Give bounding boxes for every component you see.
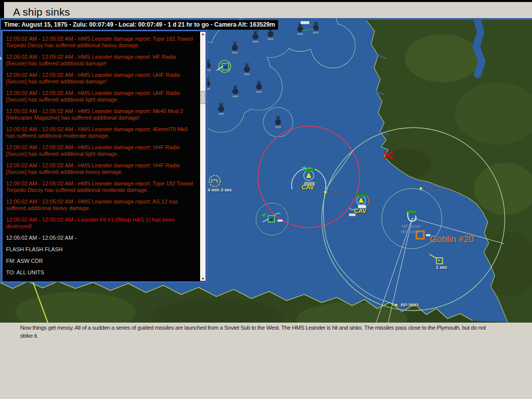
message-list: 12:05:02 AM - 12:05:02 AM - HMS Leander …: [6, 36, 198, 279]
log-message: 12:05:02 AM - 12:05:02 AM - HMS Leander …: [6, 180, 198, 193]
log-message: 12:05:02 AM - 12:05:02 AM - HMS Leander …: [6, 126, 198, 139]
label-rp-3692: RP-3692: [424, 186, 442, 191]
label-rp-3693: RP-3693: [401, 303, 419, 308]
log-message: 12:05:02 AM - 12:05:02 AM - HMS Leander …: [6, 144, 198, 157]
log-message: 12:05:02 AM - 12:05:02 AM - HMS Leander …: [6, 162, 198, 175]
label-chip: [301, 21, 309, 24]
label-mf-sonar-1: MF sonar: [402, 224, 421, 229]
landmass-south: [0, 281, 513, 323]
label-timer-1sec: 1 sec: [436, 265, 448, 270]
label-goblin-contact: Goblin #20: [430, 234, 474, 245]
label-cav-east: CAV: [354, 208, 366, 215]
message-log-panel: 12:05:02 AM - 12:05:02 AM - HMS Leander …: [2, 30, 207, 282]
loiter-timer-icon[interactable]: [209, 175, 220, 186]
scroll-down-icon[interactable]: ▼: [200, 276, 206, 281]
helicopter-dipping-sonar-icon[interactable]: [406, 211, 416, 221]
friendly-aircraft-icon[interactable]: [261, 213, 283, 222]
reference-point-dot-icon[interactable]: [420, 187, 422, 190]
log-message: FLASH FLASH FLASH: [6, 246, 198, 253]
landmass-east: [366, 18, 532, 323]
reference-point-dot-icon[interactable]: [324, 191, 327, 193]
scrollbar-thumb[interactable]: [201, 91, 205, 104]
time-status-bar: Time: August 15, 1975 - Zulu: 00:07:49 -…: [1, 20, 278, 30]
reference-point-dot-icon[interactable]: [395, 304, 398, 307]
label-timer-4min: 4 min 3 sec: [208, 187, 232, 192]
log-message: 12:05:02 AM - 12:05:02 AM - HMS Leander …: [6, 72, 198, 85]
label-mf-sonar-2: MF sonar: [401, 229, 420, 234]
label-cav-west: CAV: [302, 184, 314, 191]
log-scrollbar[interactable]: ▲ ▼: [200, 32, 206, 281]
log-message: 12:05:02 AM - 12:05:02 AM -: [6, 235, 198, 241]
scenario-title: A ship sinks: [13, 6, 70, 18]
log-message: 12:05:02 AM - 12:05:02 AM - HMS Leander …: [6, 90, 198, 103]
log-message: 12:05:02 AM - 12:05:02 AM - HMS Leander …: [6, 198, 198, 212]
log-message: 12:05:02 AM - 12:05:02 AM - HMS Leander …: [6, 36, 198, 49]
datum-marker-icon[interactable]: [429, 254, 442, 264]
log-message: 12:05:02 AM - 12:05:02 AM - Leander Flt …: [6, 217, 198, 230]
app-window: A ship sinks: [0, 0, 532, 399]
label-rp-3697: RP-3697: [328, 189, 346, 194]
scroll-up-icon[interactable]: ▲: [200, 32, 206, 36]
log-message: 12:05:02 AM - 12:05:02 AM - HMS Leander …: [6, 54, 198, 67]
scenario-description: Now things get messy. All of a sudden a …: [20, 324, 498, 340]
log-message: FM: ASW CDR: [6, 258, 198, 264]
log-message: TO: ALL UNITS: [6, 269, 198, 276]
log-message: 12:05:02 AM - 12:05:02 AM - HMS Leander …: [6, 108, 198, 121]
